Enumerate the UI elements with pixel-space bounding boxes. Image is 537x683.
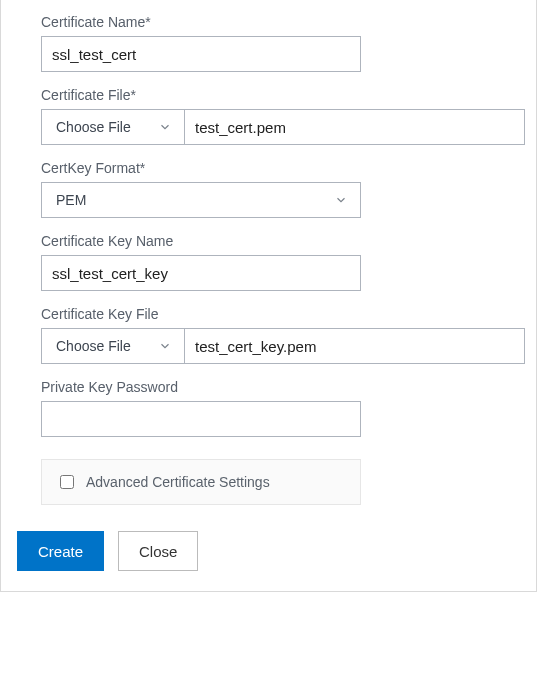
cert-key-file-row: Choose File <box>41 328 525 364</box>
button-row: Create Close <box>17 531 520 571</box>
cert-key-name-input[interactable] <box>41 255 361 291</box>
advanced-cert-settings-label: Advanced Certificate Settings <box>86 474 270 490</box>
certkey-format-value: PEM <box>56 192 86 208</box>
advanced-cert-settings-box[interactable]: Advanced Certificate Settings <box>41 459 361 505</box>
cert-name-input[interactable] <box>41 36 361 72</box>
cert-file-label: Certificate File* <box>41 87 496 103</box>
cert-key-file-choose-text: Choose File <box>56 338 131 354</box>
priv-key-pw-input[interactable] <box>41 401 361 437</box>
cert-key-file-label: Certificate Key File <box>41 306 496 322</box>
close-button[interactable]: Close <box>118 531 198 571</box>
field-priv-key-pw: Private Key Password <box>41 379 496 437</box>
field-cert-key-name: Certificate Key Name <box>41 233 496 291</box>
cert-name-label: Certificate Name* <box>41 14 496 30</box>
cert-file-value[interactable] <box>185 109 525 145</box>
field-cert-name: Certificate Name* <box>41 14 496 72</box>
certkey-format-select[interactable]: PEM <box>41 182 361 218</box>
priv-key-pw-label: Private Key Password <box>41 379 496 395</box>
form-fields: Certificate Name* Certificate File* Choo… <box>17 14 520 505</box>
certkey-format-label: CertKey Format* <box>41 160 496 176</box>
cert-file-row: Choose File <box>41 109 525 145</box>
cert-file-choose-button[interactable]: Choose File <box>41 109 185 145</box>
field-cert-key-file: Certificate Key File Choose File <box>41 306 496 364</box>
field-certkey-format: CertKey Format* PEM <box>41 160 496 218</box>
create-button[interactable]: Create <box>17 531 104 571</box>
cert-key-file-value[interactable] <box>185 328 525 364</box>
chevron-down-icon <box>158 339 172 353</box>
chevron-down-icon <box>334 193 348 207</box>
chevron-down-icon <box>158 120 172 134</box>
field-cert-file: Certificate File* Choose File <box>41 87 496 145</box>
cert-key-file-choose-button[interactable]: Choose File <box>41 328 185 364</box>
cert-key-name-label: Certificate Key Name <box>41 233 496 249</box>
advanced-cert-settings-checkbox[interactable] <box>60 475 74 489</box>
cert-file-choose-text: Choose File <box>56 119 131 135</box>
certificate-form-panel: Certificate Name* Certificate File* Choo… <box>0 0 537 592</box>
